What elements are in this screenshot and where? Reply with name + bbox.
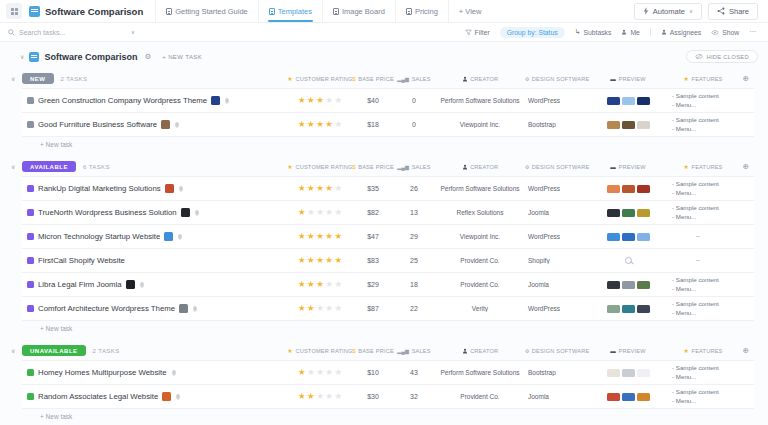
customer-rating-stars[interactable]: ★★★★★ <box>288 368 352 377</box>
task-status-square[interactable] <box>27 97 34 104</box>
column-header-preview[interactable]: ▬ PREVIEW <box>588 164 668 170</box>
column-header-features[interactable]: ★ FEATURES <box>668 75 738 82</box>
column-header-sales[interactable]: ▂▄▆ SALES <box>394 348 434 354</box>
table-row[interactable]: Libra Legal Firm Joomla ★★★★★ $29 18 Pro… <box>22 273 754 297</box>
base-price-value[interactable]: $10 <box>352 369 394 376</box>
base-price-value[interactable]: $35 <box>352 185 394 192</box>
column-header-customer-rating[interactable]: ★ CUSTOMER RATING <box>288 163 352 170</box>
add-column-button[interactable]: ⊕ <box>738 74 754 83</box>
base-price-value[interactable]: $83 <box>352 257 394 264</box>
column-header-preview[interactable]: ▬ PREVIEW <box>588 348 668 354</box>
column-header-base-price[interactable]: $ BASE PRICE <box>352 76 394 82</box>
base-price-value[interactable]: $47 <box>352 233 394 240</box>
task-status-square[interactable] <box>27 281 34 288</box>
collapse-group-icon[interactable]: ∨ <box>11 163 15 170</box>
design-software-value[interactable]: WordPress <box>526 305 588 312</box>
features-value[interactable]: - Sample content- Menu... <box>668 300 738 317</box>
design-software-value[interactable]: WordPress <box>526 185 588 192</box>
column-header-creator[interactable]: CREATOR <box>434 164 526 170</box>
creator-value[interactable]: Viewpoint Inc. <box>434 233 526 240</box>
creator-value[interactable]: Reflex Solutions <box>434 209 526 216</box>
table-row[interactable]: FirstCall Shopify Website ★★★★★ $83 25 P… <box>22 249 754 273</box>
table-row[interactable]: Green Construction Company Wordpress The… <box>22 89 754 113</box>
task-status-square[interactable] <box>27 369 34 376</box>
sales-value[interactable]: 13 <box>394 209 434 216</box>
features-value[interactable]: - Sample content- Menu... <box>668 116 738 133</box>
task-name[interactable]: Micron Technology Startup Website <box>38 232 160 241</box>
preview-thumbnails[interactable] <box>588 393 668 401</box>
sales-value[interactable]: 26 <box>394 185 434 192</box>
sales-value[interactable]: 25 <box>394 257 434 264</box>
automate-button[interactable]: Automate ∨ <box>634 3 702 20</box>
preview-thumbnails[interactable] <box>588 281 668 289</box>
status-badge[interactable]: NEW <box>22 73 54 84</box>
preview-thumbnails[interactable] <box>588 369 668 377</box>
table-row[interactable]: Homey Homes Multipurpose Website ★★★★★ $… <box>22 361 754 385</box>
features-value[interactable]: - Sample content- Menu... <box>668 276 738 293</box>
task-name[interactable]: TrueNorth Wordpress Business Solution <box>38 208 177 217</box>
design-software-value[interactable]: Joomla <box>526 393 588 400</box>
tab-getting-started-guide[interactable]: Getting Started Guide <box>155 0 258 22</box>
features-value[interactable]: - Sample content- Menu... <box>668 204 738 221</box>
creator-value[interactable]: Verity <box>434 305 526 312</box>
base-price-value[interactable]: $82 <box>352 209 394 216</box>
sales-value[interactable]: 29 <box>394 233 434 240</box>
creator-value[interactable]: Provident Co. <box>434 281 526 288</box>
column-header-sales[interactable]: ▂▄▆ SALES <box>394 76 434 82</box>
sales-value[interactable]: 43 <box>394 369 434 376</box>
features-value[interactable]: - Sample content- Menu... <box>668 364 738 381</box>
tab-pricing[interactable]: Pricing <box>395 0 448 22</box>
task-name[interactable]: Good Furniture Business Software <box>38 120 157 129</box>
customer-rating-stars[interactable]: ★★★★★ <box>288 120 352 129</box>
show-button[interactable]: Show <box>711 29 739 36</box>
column-header-customer-rating[interactable]: ★ CUSTOMER RATING <box>288 347 352 354</box>
creator-value[interactable]: Provident Co. <box>434 393 526 400</box>
collapse-group-icon[interactable]: ∨ <box>11 347 15 354</box>
search-input[interactable] <box>19 29 127 36</box>
add-task-link[interactable]: + New task <box>22 137 754 150</box>
design-software-value[interactable]: WordPress <box>526 233 588 240</box>
column-header-preview[interactable]: ▬ PREVIEW <box>588 76 668 82</box>
table-row[interactable]: Comfort Architecture Wordpress Theme ★★★… <box>22 297 754 321</box>
sales-value[interactable]: 22 <box>394 305 434 312</box>
customer-rating-stars[interactable]: ★★★★★ <box>288 184 352 193</box>
share-button[interactable]: Share <box>708 3 758 20</box>
features-value[interactable]: – <box>668 256 738 265</box>
task-status-square[interactable] <box>27 185 34 192</box>
task-name[interactable]: Homey Homes Multipurpose Website <box>38 368 167 377</box>
column-header-design-software[interactable]: ⚙ DESIGN SOFTWARE <box>526 164 588 170</box>
task-name[interactable]: Random Associates Legal Website <box>38 392 158 401</box>
customer-rating-stars[interactable]: ★★★★★ <box>288 232 352 241</box>
status-badge[interactable]: UNAVAILABLE <box>22 345 86 356</box>
creator-value[interactable]: Perform Software Solutions <box>434 369 526 376</box>
table-row[interactable]: Micron Technology Startup Website ★★★★★ … <box>22 225 754 249</box>
column-header-design-software[interactable]: ⚙ DESIGN SOFTWARE <box>526 348 588 354</box>
task-name[interactable]: Libra Legal Firm Joomla <box>38 280 122 289</box>
design-software-value[interactable]: Bootstrap <box>526 369 588 376</box>
column-header-design-software[interactable]: ⚙ DESIGN SOFTWARE <box>526 76 588 82</box>
task-name[interactable]: Comfort Architecture Wordpress Theme <box>38 304 175 313</box>
preview-thumbnails[interactable] <box>588 233 668 241</box>
base-price-value[interactable]: $87 <box>352 305 394 312</box>
task-name[interactable]: Green Construction Company Wordpress The… <box>38 96 207 105</box>
creator-value[interactable]: Viewpoint Inc. <box>434 121 526 128</box>
preview-thumbnails[interactable] <box>588 97 668 105</box>
base-price-value[interactable]: $29 <box>352 281 394 288</box>
add-task-link[interactable]: + New task <box>22 321 754 334</box>
column-header-features[interactable]: ★ FEATURES <box>668 163 738 170</box>
group-by-button[interactable]: Group by: Status <box>500 27 565 38</box>
sales-value[interactable]: 32 <box>394 393 434 400</box>
sales-value[interactable]: 0 <box>394 97 434 104</box>
filter-button[interactable]: Filter <box>465 29 490 36</box>
table-row[interactable]: RankUp Digital Marketing Solutions ★★★★★… <box>22 177 754 201</box>
features-value[interactable]: – <box>668 232 738 241</box>
task-name[interactable]: FirstCall Shopify Website <box>38 256 125 265</box>
features-value[interactable]: - Sample content- Menu... <box>668 388 738 405</box>
design-software-value[interactable]: Joomla <box>526 281 588 288</box>
app-menu-button[interactable] <box>6 3 22 19</box>
base-price-value[interactable]: $40 <box>352 97 394 104</box>
column-header-base-price[interactable]: $ BASE PRICE <box>352 348 394 354</box>
creator-value[interactable]: Perform Software Solutions <box>434 97 526 104</box>
assignees-button[interactable]: Assignees <box>661 29 701 36</box>
features-value[interactable]: - Sample content- Menu... <box>668 92 738 109</box>
